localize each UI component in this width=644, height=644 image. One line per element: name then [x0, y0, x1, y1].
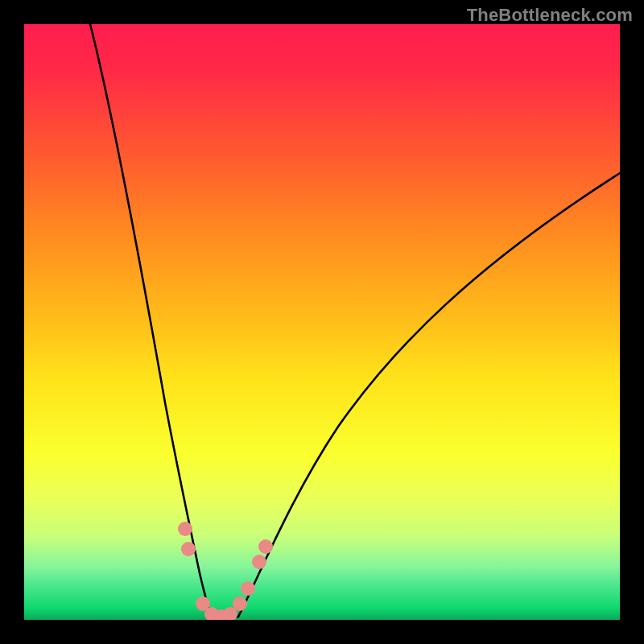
- marker-dot: [233, 597, 247, 611]
- marker-dot: [204, 607, 219, 620]
- chart-svg: [24, 24, 620, 620]
- chart-stage: TheBottleneck.com: [0, 0, 644, 644]
- curve-right-branch: [238, 173, 620, 617]
- marker-group: [178, 522, 273, 620]
- curve-valley-floor: [211, 617, 238, 618]
- watermark-text: TheBottleneck.com: [467, 5, 633, 26]
- marker-dot: [214, 609, 229, 620]
- marker-dot: [181, 542, 196, 556]
- marker-dot: [178, 522, 192, 536]
- marker-dot: [196, 597, 210, 611]
- marker-dot: [252, 555, 266, 569]
- marker-dot: [241, 581, 255, 596]
- curve-left-branch: [90, 24, 211, 617]
- marker-dot: [223, 607, 237, 620]
- plot-panel: [24, 24, 620, 620]
- marker-dot: [258, 539, 273, 554]
